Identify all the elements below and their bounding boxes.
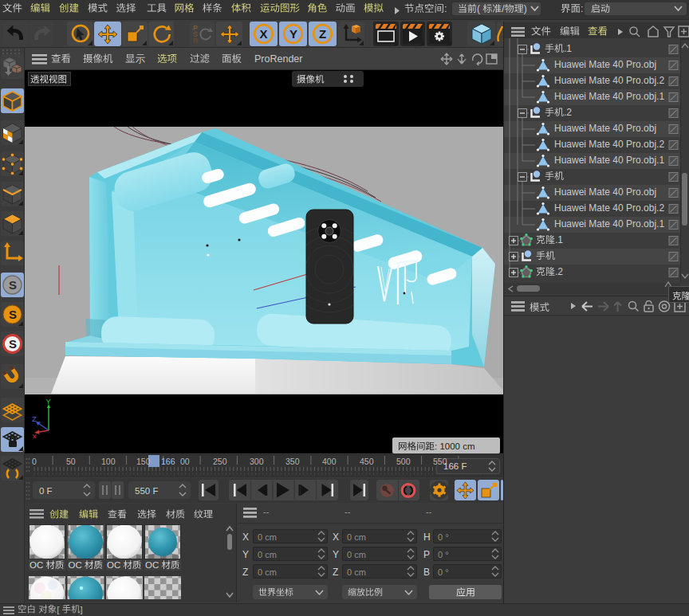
svg-text:S: S bbox=[9, 278, 17, 292]
svg-text:Z: Z bbox=[32, 414, 37, 423]
svg-text:S: S bbox=[9, 308, 17, 321]
svg-text:Z: Z bbox=[319, 27, 326, 41]
svg-text:S: S bbox=[9, 337, 17, 351]
svg-text:Y: Y bbox=[46, 397, 52, 406]
svg-text:R: R bbox=[193, 37, 199, 45]
svg-text:Y: Y bbox=[289, 27, 297, 41]
svg-text:X: X bbox=[260, 27, 268, 41]
svg-text:X: X bbox=[32, 432, 37, 438]
